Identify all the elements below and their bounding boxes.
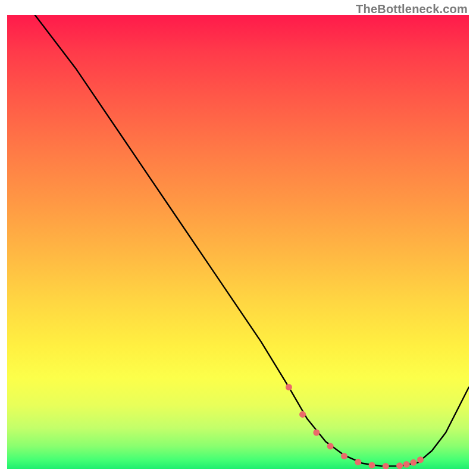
highlight-dot <box>341 453 347 459</box>
plot-area <box>7 15 469 469</box>
chart-container: TheBottleneck.com <box>0 0 476 476</box>
optimum-highlight <box>286 384 424 469</box>
highlight-dot <box>313 430 320 436</box>
highlight-dot <box>383 463 389 469</box>
bottleneck-curve <box>35 15 469 466</box>
highlight-dot <box>327 443 334 449</box>
highlight-dot <box>396 462 403 469</box>
chart-svg <box>7 15 469 469</box>
highlight-dot <box>403 461 410 468</box>
highlight-dot <box>369 462 375 468</box>
highlight-dot <box>286 384 292 390</box>
highlight-dot <box>410 459 416 466</box>
highlight-dot <box>355 459 361 465</box>
watermark-text: TheBottleneck.com <box>356 2 468 16</box>
highlight-dot <box>417 456 424 463</box>
highlight-dot <box>299 411 306 418</box>
